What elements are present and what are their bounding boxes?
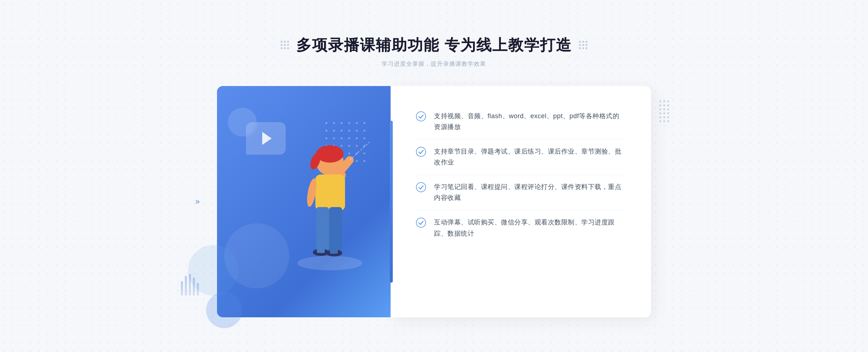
features-panel: 支持视频、音频、flash、word、excel、ppt、pdf等各种格式的资源… <box>391 86 651 317</box>
page-container: 多项录播课辅助功能 专为线上教学打造 学习进度全掌握，提升录播课教学效果 » <box>0 0 868 352</box>
person-figure <box>276 115 370 317</box>
svg-rect-11 <box>317 245 325 253</box>
feature-item-4: 互动弹幕、试听购买、微信分享、观看次数限制、学习进度跟踪、数据统计 <box>416 210 626 245</box>
svg-point-13 <box>297 256 362 270</box>
feature-text-4: 互动弹幕、试听购买、微信分享、观看次数限制、学习进度跟踪、数据统计 <box>434 217 626 239</box>
feature-item-2: 支持章节目录、弹题考试、课后练习、课后作业、章节测验、批改作业 <box>416 139 626 175</box>
check-icon-1 <box>416 111 426 121</box>
play-icon <box>262 132 272 145</box>
header-section: 多项录播课辅助功能 专为线上教学打造 学习进度全掌握，提升录播课教学效果 <box>281 35 587 68</box>
title-row: 多项录播课辅助功能 专为线上教学打造 <box>281 35 587 55</box>
outer-deco-circle <box>188 245 239 296</box>
feature-text-3: 学习笔记回看、课程提问、课程评论打分、课件资料下载，重点内容收藏 <box>434 181 626 203</box>
feature-text-2: 支持章节目录、弹题考试、课后练习、课后作业、章节测验、批改作业 <box>434 146 626 168</box>
main-title: 多项录播课辅助功能 专为线上教学打造 <box>296 35 572 55</box>
svg-rect-8 <box>329 207 342 250</box>
content-area: » <box>217 86 651 317</box>
check-icon-4 <box>416 218 426 228</box>
accent-bar <box>390 121 393 283</box>
illustration-panel <box>217 86 391 317</box>
svg-point-16 <box>416 183 426 192</box>
check-icon-3 <box>416 182 426 192</box>
check-icon-2 <box>416 147 426 157</box>
right-decorative-dots <box>579 41 587 49</box>
subtitle: 学习进度全掌握，提升录播课教学效果 <box>281 60 587 68</box>
left-decorative-dots <box>281 41 289 49</box>
svg-rect-7 <box>316 207 329 250</box>
chevron-icon: » <box>195 198 200 206</box>
left-chevrons: » <box>195 198 200 206</box>
svg-point-15 <box>416 147 426 156</box>
svg-rect-12 <box>330 246 338 254</box>
svg-rect-5 <box>315 175 345 211</box>
svg-point-17 <box>416 218 426 227</box>
feature-text-1: 支持视频、音频、flash、word、excel、ppt、pdf等各种格式的资源… <box>434 111 626 133</box>
feature-item-3: 学习笔记回看、课程提问、课程评论打分、课件资料下载，重点内容收藏 <box>416 175 626 210</box>
feature-item-1: 支持视频、音频、flash、word、excel、ppt、pdf等各种格式的资源… <box>416 104 626 139</box>
svg-point-3 <box>316 145 344 163</box>
bottom-circle-left <box>206 292 242 328</box>
right-deco-dots <box>659 100 669 122</box>
svg-point-14 <box>416 112 426 121</box>
